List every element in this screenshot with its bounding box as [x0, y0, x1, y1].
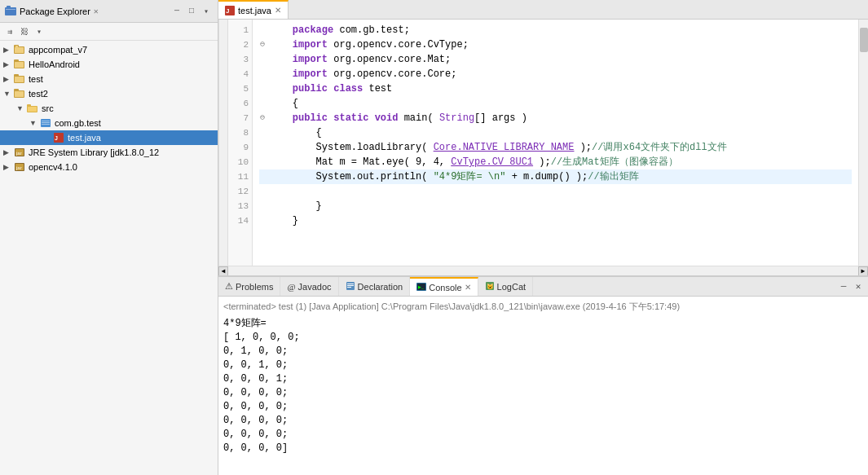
- javadoc-label: Javadoc: [298, 282, 332, 292]
- code-line-10: Mat m = Mat.eye( 9, 4, CvType.CV_8UC1 );…: [259, 155, 852, 169]
- tree-item-src[interactable]: ▼ src: [0, 101, 218, 116]
- tree-item-test2[interactable]: ▼ test2: [0, 86, 218, 101]
- svg-rect-21: [42, 122, 50, 123]
- package-icon: [39, 117, 52, 130]
- editor-content: 1 2 3 4 5 6 7 8 9 10 11 12 13 14: [218, 20, 868, 266]
- code-line-2: ⊖ import org.opencv.core.CvType;: [259, 37, 852, 52]
- panel-close-icon[interactable]: ✕: [94, 7, 99, 16]
- collapse-7[interactable]: ⊖: [256, 111, 269, 125]
- label-src: src: [42, 103, 54, 113]
- arrow-test2: ▼: [3, 90, 13, 98]
- code-text-11: System.out.println( "4*9矩阵= \n" + m.dump…: [269, 169, 852, 184]
- svg-text:J: J: [55, 135, 58, 141]
- bottom-panel: ⚠ Problems @ Javadoc: [218, 275, 868, 475]
- svg-rect-36: [347, 287, 351, 288]
- maximize-btn[interactable]: □: [185, 5, 198, 18]
- tab-label-test-java: test.java: [238, 6, 271, 15]
- code-text-13: }: [269, 199, 852, 213]
- editor-tab-test-java[interactable]: J test.java ✕: [218, 0, 289, 19]
- tree-item-test-java[interactable]: J test.java: [0, 130, 218, 145]
- code-text-1: package com.gb.test;: [269, 23, 852, 37]
- scrollbar-thumb[interactable]: [860, 28, 868, 52]
- tree-area[interactable]: ▶ appcompat_v7 ▶: [0, 41, 218, 475]
- toolbar-chevron-btn[interactable]: ▾: [33, 25, 46, 38]
- svg-text:jar: jar: [15, 151, 22, 156]
- tab-javadoc[interactable]: @ Javadoc: [280, 277, 338, 296]
- java-tab-icon: J: [225, 6, 235, 15]
- tree-item-opencv[interactable]: ▶ jar opencv4.1.0: [0, 160, 218, 174]
- collapse-2[interactable]: ⊖: [256, 37, 269, 52]
- svg-rect-5: [15, 47, 24, 53]
- code-line-8: {: [259, 125, 852, 140]
- tab-declaration[interactable]: Declaration: [339, 277, 411, 296]
- code-line-12: [259, 184, 852, 199]
- logcat-icon: 🐱: [485, 281, 495, 292]
- declaration-label: Declaration: [358, 282, 403, 292]
- line-num-7: 7: [228, 111, 249, 125]
- output-line-8: 0, 0, 0, 0;: [223, 428, 863, 442]
- line-num-3: 3: [228, 52, 249, 67]
- line-num-1: 1: [228, 23, 249, 37]
- code-text-4: import org.opencv.core.Core;: [269, 67, 852, 81]
- svg-text:J: J: [226, 7, 229, 15]
- arrow-test: ▶: [3, 75, 13, 83]
- svg-rect-0: [5, 7, 16, 15]
- minimize-btn[interactable]: ─: [170, 5, 183, 18]
- line-num-2: 2: [228, 37, 249, 52]
- code-text-9: System.loadLibrary( Core.NATIVE_LIBRARY_…: [269, 140, 852, 155]
- output-line-0: 4*9矩阵=: [223, 317, 863, 331]
- line-num-14: 14: [228, 213, 249, 228]
- tree-item-helloandroid[interactable]: ▶ HelloAndroid: [0, 57, 218, 72]
- label-test: test: [29, 74, 43, 84]
- console-tab-close[interactable]: ✕: [465, 283, 471, 292]
- code-text-5: public class test: [269, 81, 852, 96]
- h-scroll-left[interactable]: ◀: [218, 266, 228, 276]
- collapse-all-btn[interactable]: ⇉: [3, 25, 16, 38]
- output-line-2: 0, 1, 0, 0;: [223, 345, 863, 358]
- tab-logcat[interactable]: 🐱 LogCat: [478, 277, 533, 296]
- output-line-7: 0, 0, 0, 0;: [223, 414, 863, 428]
- output-line-6: 0, 0, 0, 0;: [223, 400, 863, 414]
- code-line-1: package com.gb.test;: [259, 23, 852, 37]
- svg-rect-14: [14, 89, 19, 91]
- folder-icon-src: [26, 102, 39, 115]
- console-minimize-btn[interactable]: ─: [837, 280, 850, 293]
- code-line-14: }: [259, 213, 852, 228]
- line-num-10: 10: [228, 155, 249, 169]
- code-editor[interactable]: package com.gb.test; ⊖ import org.opencv…: [253, 20, 858, 266]
- tree-item-com-gb-test[interactable]: ▼ com.gb.test: [0, 116, 218, 130]
- link-with-editor-btn[interactable]: ⛓: [18, 25, 31, 38]
- tree-item-test[interactable]: ▶ test: [0, 72, 218, 86]
- code-line-4: import org.opencv.core.Core;: [259, 67, 852, 81]
- line-num-11: 11: [228, 169, 249, 184]
- label-jre: JRE System Library [jdk1.8.0_12: [29, 147, 159, 157]
- svg-rect-6: [15, 46, 18, 47]
- project-icon-test2: [13, 87, 26, 100]
- h-scroll-right[interactable]: ▶: [858, 266, 868, 276]
- chevron-btn[interactable]: ▾: [200, 5, 213, 18]
- svg-text:🐱: 🐱: [487, 283, 494, 290]
- console-close-btn[interactable]: ✕: [852, 280, 865, 293]
- editor-right-scrollbar[interactable]: [858, 20, 868, 266]
- package-explorer-panel: Package Explorer ✕ ─ □ ▾ ⇉ ⛓ ▾ ▶: [0, 0, 218, 475]
- arrow-opencv: ▶: [3, 163, 13, 171]
- line-numbers: 1 2 3 4 5 6 7 8 9 10 11 12 13 14: [228, 20, 253, 266]
- svg-rect-15: [15, 91, 24, 97]
- tab-problems[interactable]: ⚠ Problems: [218, 277, 280, 296]
- tab-console[interactable]: ▶_ Console ✕: [410, 277, 478, 296]
- project-icon-helloandroid: [13, 58, 26, 71]
- line-num-8: 8: [228, 125, 249, 140]
- output-line-9: 0, 0, 0, 0]: [223, 442, 863, 455]
- editor-h-scrollbar[interactable]: ◀ ▶: [218, 266, 868, 275]
- tree-item-jre[interactable]: ▶ jar JRE System Library [jdk1.8.0_12: [0, 145, 218, 160]
- editor-tab-bar: J test.java ✕: [218, 0, 868, 20]
- svg-rect-12: [15, 77, 24, 82]
- svg-text:jar: jar: [15, 165, 22, 170]
- console-content: <terminated> test (1) [Java Application]…: [218, 297, 868, 475]
- code-line-11: System.out.println( "4*9矩阵= \n" + m.dump…: [259, 169, 852, 184]
- tree-item-appcompat[interactable]: ▶ appcompat_v7: [0, 42, 218, 57]
- editor-left-scrollbar[interactable]: [218, 20, 228, 266]
- tab-close-btn[interactable]: ✕: [275, 6, 281, 15]
- svg-rect-22: [42, 124, 50, 125]
- code-text-3: import org.opencv.core.Mat;: [269, 52, 852, 67]
